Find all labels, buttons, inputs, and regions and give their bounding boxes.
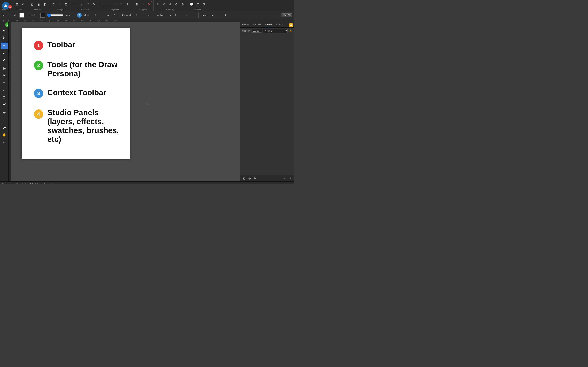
pointer-tool-btn[interactable] [1, 27, 8, 34]
snap3-btn[interactable]: ⊕ ▼ [146, 1, 152, 7]
lock-icon[interactable]: 🔒 [289, 29, 292, 32]
color-picker-btn[interactable] [1, 72, 8, 78]
opacity-row: Opacity: Normal Multiply Screen Overlay … [240, 27, 294, 34]
fill-tool-btn[interactable]: ◉ [1, 65, 8, 71]
action3-btn[interactable]: ⌁ [179, 13, 183, 17]
grid-view-btn[interactable]: ⊞ [14, 1, 20, 7]
snap-node-btn[interactable]: )( [211, 13, 215, 17]
opacity-input[interactable] [251, 29, 262, 33]
tool-name-label: Pen [2, 14, 6, 17]
geo1-btn[interactable]: ⊕ [155, 1, 161, 7]
separator-4 [119, 13, 120, 18]
pencil-tool-btn[interactable] [1, 50, 8, 56]
snap-geo-btn[interactable]: ⌒ [217, 13, 221, 18]
insert1-btn[interactable]: 💬 [189, 1, 195, 7]
fill-label: Fill: [13, 14, 17, 17]
node-tool-btn[interactable] [1, 34, 8, 41]
geo4-btn[interactable]: ⊘ [173, 1, 179, 7]
fx-icon-btn[interactable]: fx [253, 176, 258, 181]
action5-btn[interactable]: ↩ [191, 13, 196, 17]
delete-layer-btn[interactable]: 🗑 [288, 176, 293, 181]
panel-tabs: Effects Brushes Layers Colour ⚙ [240, 22, 294, 27]
arrange2-btn[interactable]: ✦ [57, 1, 63, 7]
panel-bottom-bar: ◧ ◕ fx + 🗑 [240, 175, 294, 182]
mask-icon-btn[interactable]: ◕ [247, 176, 252, 181]
badge-4: 4 [34, 109, 43, 119]
geo3-btn[interactable]: ⊗ [167, 1, 173, 7]
tab-layers[interactable]: Layers [263, 22, 274, 27]
transform3-btn[interactable]: ↺ [85, 1, 90, 7]
svg-text:700: 700 [65, 20, 67, 21]
tab-colour[interactable]: Colour [274, 22, 285, 27]
separator-5 [154, 13, 154, 18]
knife-tool-btn[interactable] [1, 125, 8, 131]
align1-btn[interactable]: ⊣ [100, 1, 106, 7]
stroke-color-box[interactable] [40, 13, 45, 17]
star-tool-btn[interactable]: ★ [1, 109, 8, 116]
zoom-tool-btn[interactable]: ⊕ [1, 138, 8, 145]
view2-btn[interactable]: ◼ [36, 1, 42, 7]
add-layer-btn[interactable]: + [282, 176, 287, 181]
use-fill-btn[interactable]: Use Fill [281, 13, 292, 17]
text-tool-btn[interactable]: T [1, 116, 8, 123]
align4-btn[interactable]: ⊤ [118, 1, 124, 7]
stroke-label: Stroke: [30, 14, 38, 17]
transform1-btn[interactable]: ↔ [72, 1, 78, 7]
image-tool-btn[interactable]: ⊡ [1, 94, 8, 100]
pen-tool-btn[interactable]: ✒ [1, 43, 8, 49]
view3-btn[interactable]: ◧ [42, 1, 48, 7]
mode-smooth-btn[interactable]: ∧ [93, 13, 97, 17]
layers-icon-btn[interactable]: ◧ [241, 176, 246, 181]
toolbar-badge: 1 [8, 5, 12, 8]
share-btn[interactable]: ⇄ [20, 1, 26, 7]
arrange3-btn[interactable]: ⊡ [63, 1, 69, 7]
insert3-btn[interactable]: ◳ [201, 1, 207, 7]
convert2-btn[interactable]: ⌒ [140, 13, 145, 18]
snap1-btn[interactable]: ⊞ [134, 1, 139, 7]
convert1-btn[interactable]: ∧ [134, 13, 138, 17]
insert2-btn[interactable]: ◫ [195, 1, 201, 7]
canvas-area[interactable]: 1 Toolbar 2 Tools (for the Draw Persona) [11, 22, 240, 182]
transform2-btn[interactable]: ↕ [79, 1, 84, 7]
snap2-btn[interactable]: ≡ [140, 1, 146, 7]
graph-tool-btn[interactable] [1, 101, 8, 108]
align3-btn[interactable]: ⊢ [112, 1, 118, 7]
tab-effects[interactable]: Effects [240, 22, 251, 27]
transform-section: ↔ ↕ ↺ ↻ Transform [71, 0, 98, 11]
align5-btn[interactable]: ⊺ [125, 1, 130, 7]
snap-guide-btn[interactable]: ⊏ [230, 13, 234, 17]
ellipse-tool-btn[interactable]: ○ [1, 87, 8, 94]
badge-2: 2 [34, 61, 43, 70]
right-panel: 4 Effects Brushes Layers Colour ⚙ Opacit… [240, 22, 294, 182]
snapping-section: ⊞ ≡ ⊕ ▼ Snapping [132, 0, 154, 11]
tab-brushes[interactable]: Brushes [251, 22, 263, 27]
rect-tool-btn[interactable]: □ [1, 80, 8, 87]
ruler-corner: px [0, 19, 9, 22]
tool-separator-3 [1, 79, 7, 79]
svg-text:200: 200 [9, 41, 9, 43]
separator-3 [74, 13, 74, 18]
geo2-btn[interactable]: ⊖ [161, 1, 167, 7]
mode-corner-btn[interactable]: ⌒ [99, 13, 104, 18]
action1-btn[interactable]: ⇥ [168, 13, 172, 17]
separator-2 [27, 13, 27, 18]
hand-tool-btn[interactable]: ✋ [1, 132, 8, 138]
align2-btn[interactable]: ⊥ [106, 1, 112, 7]
arrange1-btn[interactable]: ⊙ [51, 1, 57, 7]
transform4-btn[interactable]: ↻ [91, 1, 96, 7]
canvas-page: 1 Toolbar 2 Tools (for the Draw Persona) [22, 28, 130, 159]
snap-grid-btn[interactable]: ⊞ [223, 13, 228, 17]
paint-brush-btn[interactable] [1, 57, 8, 63]
view1-btn[interactable]: ◻ [30, 1, 35, 7]
action2-btn[interactable]: ⌇ [174, 13, 177, 17]
stroke-width-slider[interactable] [47, 14, 63, 17]
ruler-h-ticks: 0 100 200 300 400 500 600 700 800 900 [9, 19, 294, 22]
geo5-btn[interactable]: ⊙ [180, 1, 185, 7]
canvas-item-1: 1 Toolbar [34, 40, 120, 50]
mode-smart-btn[interactable]: ⌣ [106, 13, 110, 17]
fill-color-box[interactable] [19, 13, 24, 17]
action4-btn[interactable]: ⇤ [185, 13, 189, 17]
mode-auto-btn[interactable]: ↗ [112, 13, 116, 17]
convert3-btn[interactable]: ⌓ [147, 13, 151, 17]
blend-mode-select[interactable]: Normal Multiply Screen Overlay [263, 29, 288, 33]
